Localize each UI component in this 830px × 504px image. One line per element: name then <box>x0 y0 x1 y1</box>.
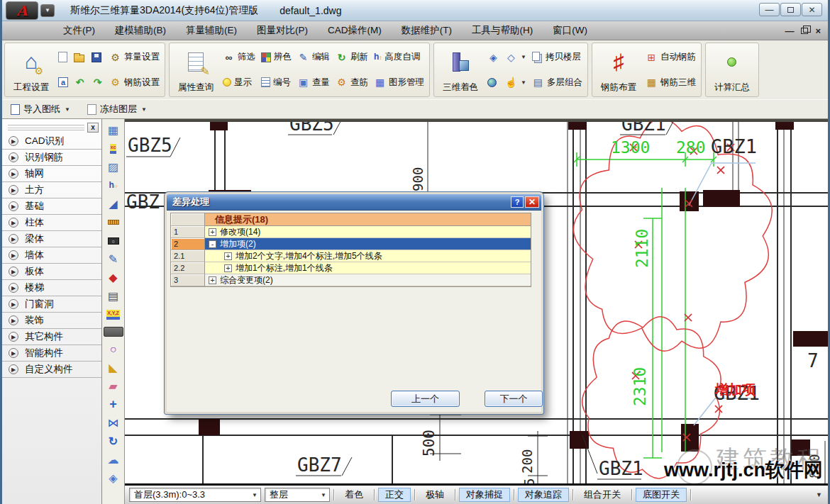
mdi-minimize-icon[interactable]: — <box>785 26 794 36</box>
menu-data[interactable]: 数据维护(T) <box>392 21 462 40</box>
image-tool-icon[interactable]: ▨ <box>104 158 123 176</box>
move-tool-icon[interactable]: + <box>104 396 123 413</box>
toggle-polar[interactable]: 极轴 <box>419 488 451 502</box>
view-window-icon[interactable]: ○ <box>104 232 123 250</box>
toggle-shading[interactable]: 着色 <box>338 488 370 502</box>
restore-button[interactable] <box>780 3 801 16</box>
minimize-button[interactable]: — <box>759 3 780 16</box>
revision-cloud-icon[interactable]: ☁ <box>104 451 123 469</box>
highlight-tool-icon[interactable]: xc <box>104 140 123 157</box>
undo-button[interactable]: ↶ <box>74 73 86 91</box>
sidebar-item-door-window[interactable]: ▶门窗洞 <box>2 296 101 313</box>
collapse-icon[interactable] <box>209 240 216 248</box>
mdi-restore-icon[interactable] <box>801 28 808 34</box>
toggle-combo[interactable]: 组合开关 <box>577 488 628 502</box>
save-button[interactable] <box>92 48 104 67</box>
sidebar-item-wall[interactable]: ▶墙体 <box>2 247 101 264</box>
menu-quantity[interactable]: 算量辅助(E) <box>176 21 247 40</box>
table-row-selected[interactable]: 2 增加项(2) <box>171 238 531 250</box>
dialog-close-button[interactable]: ✕ <box>525 196 539 208</box>
sidebar-item-recognize-rebar[interactable]: ▶识别钢筋 <box>2 150 101 166</box>
measure-button[interactable]: ▣查量 <box>297 73 330 91</box>
next-button[interactable]: 下一个 <box>485 391 543 407</box>
sidebar-item-beam[interactable]: ▶梁体 <box>2 231 101 247</box>
notebook-tool-icon[interactable]: ▤ <box>104 287 123 305</box>
drawing-manager-icon[interactable]: ▦ <box>104 121 123 139</box>
sidebar-item-earthwork[interactable]: ▶土方 <box>2 182 101 198</box>
select-color-icon[interactable]: ○ <box>104 340 123 358</box>
toggle-basemap[interactable]: 底图开关 <box>636 488 687 502</box>
sidebar-item-stair[interactable]: ▶楼梯 <box>2 280 101 296</box>
app-logo-dropdown[interactable]: ▼ <box>40 4 55 17</box>
drawing-canvas[interactable]: GBZ5 GBZ5 GBZ1 GBZ1 GBZ1 增加项 GBZ1 GBZ7 G… <box>125 119 828 483</box>
edit-button[interactable]: ✎编辑 <box>297 48 330 67</box>
sidebar-grip[interactable] <box>8 125 84 130</box>
text-style-button[interactable]: a <box>58 73 68 91</box>
rotate-tool-icon[interactable]: ↻ <box>104 432 123 450</box>
annotate-tool-icon[interactable]: ✎ <box>104 250 123 268</box>
sidebar-item-foundation[interactable]: ▶基础 <box>2 198 101 215</box>
menu-cad-ops[interactable]: CAD操作(M) <box>318 21 392 40</box>
sidebar-item-slab[interactable]: ▶板体 <box>2 264 101 280</box>
expand-icon[interactable] <box>209 276 216 284</box>
height-check-icon[interactable]: h○ <box>104 177 123 194</box>
menu-window[interactable]: 窗口(W) <box>543 21 597 40</box>
expand-icon[interactable] <box>209 228 216 236</box>
toggle-otrack[interactable]: 对象追踪 <box>518 488 569 502</box>
expand-icon[interactable] <box>224 264 232 272</box>
redo-button[interactable]: ↷ <box>92 73 104 91</box>
ruler-tool-icon[interactable] <box>104 213 123 231</box>
property-query-button[interactable]: ✎ 属性查询 <box>175 45 217 95</box>
orbit-button[interactable] <box>487 73 499 91</box>
active-tool-slot[interactable] <box>104 327 123 337</box>
graphic-mgmt-button[interactable]: ▦图形管理 <box>374 73 424 91</box>
eraser-tool-icon[interactable]: ◆ <box>104 269 123 286</box>
close-button[interactable]: ✕ <box>802 3 822 16</box>
filter-button[interactable]: ∞筛选 <box>223 48 255 67</box>
mdi-close-icon[interactable]: × <box>815 26 821 36</box>
copy-floor-button[interactable]: 拷贝楼层 <box>532 48 582 67</box>
pen-eraser-icon[interactable]: ▰ <box>104 377 123 395</box>
xyz-tool-icon[interactable]: X,Y,Z <box>104 306 123 323</box>
table-row[interactable]: 2.1 增加2个文字,增加4个标注,增加5个线条 <box>171 250 531 262</box>
wireframe-button[interactable]: ◇▼ <box>505 48 526 67</box>
toggle-ortho[interactable]: 正交 <box>378 488 411 502</box>
sidebar-item-custom[interactable]: ▶自定义构件 <box>2 362 101 378</box>
refresh-button[interactable]: ↻刷新 <box>336 48 368 67</box>
rebar-layout-button[interactable]: ♯ 钢筋布置 <box>597 45 640 95</box>
app-logo-button[interactable]: A <box>6 1 38 20</box>
ribbon-tool-icon[interactable]: ◈ <box>104 469 123 487</box>
sidebar-item-smart[interactable]: ▶智能构件 <box>2 345 101 362</box>
range-selector[interactable]: 整层 ▼ <box>265 488 330 502</box>
expand-icon[interactable] <box>224 252 232 260</box>
table-row[interactable]: 2.2 增加1个标注,增加1个线条 <box>171 262 531 274</box>
sidebar-item-column[interactable]: ▶柱体 <box>2 215 101 231</box>
previous-button[interactable]: 上一个 <box>391 391 460 407</box>
dialog-help-button[interactable]: ? <box>511 196 524 208</box>
calc-settings-button[interactable]: ⚙算量设置 <box>109 48 160 67</box>
menu-modeling[interactable]: 建模辅助(B) <box>105 21 176 40</box>
floor-selector[interactable]: 首层(3.3m):0~3.3 ▼ <box>129 488 261 502</box>
menu-compare[interactable]: 图量对比(P) <box>247 21 318 40</box>
brush-tool-icon[interactable]: ◣ <box>104 359 123 376</box>
table-row[interactable]: 3 综合变更项(2) <box>171 274 531 286</box>
menu-tools-help[interactable]: 工具与帮助(H) <box>462 21 543 40</box>
freeze-layer-button[interactable]: 冻结图层 ▼ <box>87 103 147 116</box>
view-cube-button[interactable]: ◈ <box>487 48 499 67</box>
toggle-osnap[interactable]: 对象捕捉 <box>459 488 510 502</box>
sidebar-close-button[interactable]: x <box>87 123 99 133</box>
height-auto-button[interactable]: h↕高度自调 <box>374 48 424 67</box>
rebar-settings-button[interactable]: ⚙钢筋设置 <box>109 73 160 91</box>
calc-summary-button[interactable]: 计算汇总 <box>711 45 753 95</box>
statusbar-expand-icon[interactable]: ▼ <box>816 491 824 498</box>
pan-button[interactable]: ☝▼ <box>505 73 526 91</box>
table-row[interactable]: 1 修改项(14) <box>171 226 531 238</box>
multi-floor-button[interactable]: ▤多层组合 <box>532 73 582 91</box>
new-file-button[interactable] <box>58 48 68 67</box>
display-button[interactable]: 显示 <box>223 73 255 91</box>
sidebar-item-axis-grid[interactable]: ▶轴网 <box>2 166 101 182</box>
shade-3d-button[interactable]: 三维着色 <box>439 45 482 95</box>
auto-rebar-button[interactable]: ⊞自动钢筋 <box>646 48 696 67</box>
color-code-button[interactable]: 辨色 <box>261 48 292 67</box>
rebar-3d-button[interactable]: ▦钢筋三维 <box>646 73 696 91</box>
